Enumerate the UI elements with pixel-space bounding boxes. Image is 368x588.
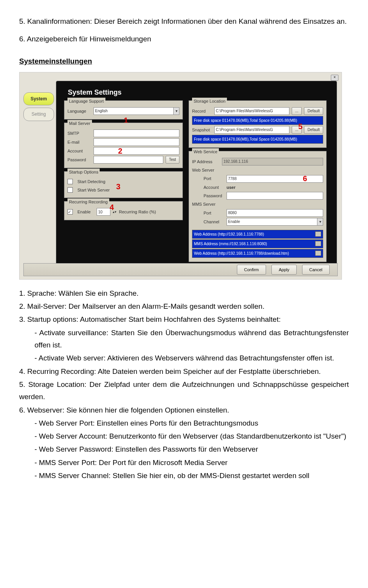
note-6d: - MMS Server Port: Der Port für den Micr… <box>19 457 349 469</box>
smtp-label: SMTP <box>67 130 91 137</box>
chevron-down-icon: ▾ <box>317 218 323 225</box>
group-label: Startup Options <box>67 169 100 176</box>
channel-select[interactable]: Enable ▾ <box>227 218 323 226</box>
mms-address-bar[interactable]: MMS Address (mms://192.168.1.116:8080) <box>192 239 323 248</box>
web-port-input[interactable]: 7788 <box>227 175 323 183</box>
language-value: English <box>95 108 108 114</box>
copy-icon[interactable] <box>315 251 321 256</box>
tab-system[interactable]: System <box>23 92 54 105</box>
port-label: Port <box>204 175 224 182</box>
ip-value: 192.168.1.116 <box>222 158 323 165</box>
annotation-2: 2 <box>118 144 122 157</box>
web-address-bar[interactable]: Web Address (http://192.168.1.116:7788) <box>192 230 323 239</box>
copy-icon[interactable] <box>315 231 321 237</box>
group-storage: Storage Location Record C:\Program Files… <box>189 100 327 148</box>
mms-port-input[interactable]: 8080 <box>227 209 323 217</box>
smtp-input[interactable] <box>94 129 179 137</box>
email-input[interactable] <box>94 138 179 146</box>
group-label: Recurring Recording <box>67 198 109 206</box>
paragraph-5: 5. Kanalinformationen: Dieser Bereich ze… <box>19 15 349 28</box>
account-label: Account <box>204 184 224 191</box>
group-mail-server: Mail Server SMTP E-mail Account Password… <box>64 123 183 168</box>
browse-button[interactable]: ... <box>292 107 302 115</box>
annotation-3: 3 <box>116 180 120 193</box>
cancel-button[interactable]: Cancel <box>302 265 330 275</box>
snapshot-label: Snapshot <box>192 126 212 134</box>
note-5: 5. Storage Location: Der Zielpfad unter … <box>19 378 349 403</box>
copy-icon[interactable] <box>315 241 321 246</box>
annotation-4: 4 <box>110 201 114 214</box>
confirm-button[interactable]: Confirm <box>237 265 266 275</box>
note-2: 2. Mail-Server: Der Mailserver an den Al… <box>19 300 349 313</box>
group-startup: Startup Options Start Detecting Start We… <box>64 171 183 198</box>
language-select[interactable]: English ▾ <box>94 107 179 115</box>
download-address-bar[interactable]: Web Address (http://192.168.1.116:7788/d… <box>192 249 323 258</box>
apply-button[interactable]: Apply <box>271 265 297 275</box>
tab-setting[interactable]: Setting <box>23 108 54 121</box>
note-6e: - MMS Server Channel: Stellen Sie hier e… <box>19 470 349 482</box>
record-label: Record <box>192 108 212 115</box>
password-label: Password <box>204 192 224 200</box>
note-6b: - Web Server Account: Benutzerkonto für … <box>19 430 349 442</box>
note-6c: - Web Server Password: Einstellen des Pa… <box>19 443 349 455</box>
note-4: 4. Recurring Recording: Alte Dateien wer… <box>19 365 349 378</box>
channel-label: Channel <box>204 218 224 226</box>
password-label: Password <box>67 156 91 164</box>
enable-checkbox[interactable] <box>67 209 73 215</box>
dialog-button-bar: Confirm Apply Cancel <box>23 263 338 276</box>
mms-port-label: Port <box>204 210 224 217</box>
language-label: Language <box>67 108 91 115</box>
ratio-label: Recurring Ratio (%) <box>119 208 156 216</box>
account-input[interactable] <box>94 147 179 155</box>
note-1: 1. Sprache: Wählen Sie ein Sprache. <box>19 287 349 300</box>
annotation-5: 5 <box>298 120 302 133</box>
start-webserver-label: Start Web Server <box>77 187 110 194</box>
record-free-space: Free disk space 011478.06(MB),Total Spac… <box>192 116 323 125</box>
snapshot-free-space: Free disk space 011478.06(MB),Total Spac… <box>192 135 323 144</box>
email-label: E-mail <box>67 139 91 146</box>
ratio-input[interactable]: 10 <box>97 208 110 216</box>
group-label: Language Support <box>67 98 105 105</box>
ip-label: IP Address <box>192 158 220 165</box>
mms-label: MMS Server <box>192 201 220 208</box>
heading-systemeinstellungen: Systemeinstellungen <box>19 55 349 67</box>
webserver-label: Web Server <box>192 167 220 174</box>
system-settings-screenshot: × System Setting System Settings Languag… <box>19 72 342 280</box>
paragraph-6: 6. Anzeigebereich für Hinweismeldungen <box>19 33 349 45</box>
start-webserver-checkbox[interactable] <box>67 187 73 193</box>
account-value: user <box>227 184 235 191</box>
group-language: Language Support Language English ▾ 1 <box>64 100 183 120</box>
note-3: 3. Startup options: Automatischer Start … <box>19 313 349 326</box>
test-button[interactable]: Test <box>166 156 179 164</box>
chevron-down-icon: ▾ <box>173 108 179 115</box>
note-3b: - Activate Web server: Aktivieren des We… <box>19 352 349 364</box>
group-label: Mail Server <box>67 120 92 127</box>
snapshot-path-input[interactable]: C:\Program Files\Mars\WirelessG <box>214 126 289 134</box>
group-label: Storage Location <box>192 98 227 105</box>
start-detecting-label: Start Detecting <box>77 178 105 185</box>
channel-value: Enable <box>228 218 240 225</box>
note-3a: - Activate surveillance: Starten Sie den… <box>19 327 349 352</box>
close-icon[interactable]: × <box>331 75 338 81</box>
note-6a: - Web Server Port: Einstellen eines Port… <box>19 417 349 429</box>
panel-title: System Settings <box>68 87 122 98</box>
annotation-6: 6 <box>303 172 307 185</box>
note-6: 6. Webserver: Sie können hier die folgen… <box>19 404 349 416</box>
group-label: Web Service <box>192 148 219 156</box>
settings-panel: System Settings Language Support Languag… <box>56 81 337 265</box>
start-detecting-checkbox[interactable] <box>67 179 73 184</box>
group-recurring: Recurring Recording Enable 10 ▴▾ Recurri… <box>64 201 183 220</box>
record-path-input[interactable]: C:\Program Files\Mars\WirelessG <box>214 107 289 115</box>
default-button[interactable]: Default <box>304 126 323 134</box>
enable-label: Enable <box>77 208 90 216</box>
group-web-service: Web Service IP Address192.168.1.116 Web … <box>189 151 327 262</box>
password-input[interactable] <box>94 156 163 164</box>
web-password-input[interactable] <box>227 192 323 200</box>
account-label: Account <box>67 147 91 155</box>
default-button[interactable]: Default <box>304 107 323 115</box>
